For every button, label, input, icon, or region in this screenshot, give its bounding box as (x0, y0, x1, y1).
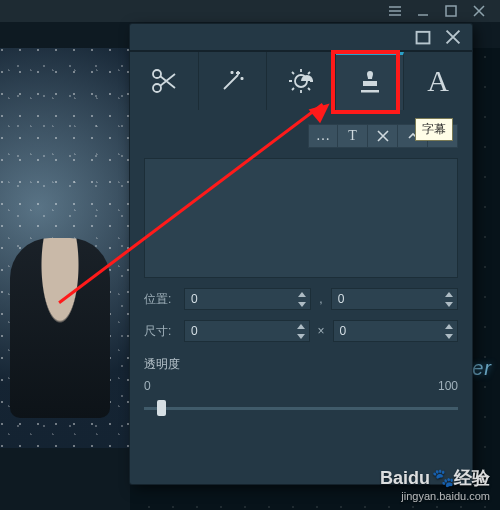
tool-tabs: A (130, 50, 472, 110)
pos-y-up[interactable] (441, 289, 457, 299)
position-x-input[interactable] (184, 288, 311, 310)
position-sep: , (317, 292, 324, 306)
tab-adjust[interactable] (267, 52, 336, 110)
position-label: 位置: (144, 291, 178, 308)
subtitle-toolbar: … T (144, 124, 458, 148)
edit-panel: A … T 位置: , 尺寸: (130, 24, 472, 484)
opacity-slider[interactable] (144, 399, 458, 417)
outer-window-titlebar (0, 0, 500, 22)
opacity-label: 透明度 (144, 356, 458, 373)
more-button[interactable]: … (308, 124, 338, 148)
size-h-up[interactable] (441, 321, 457, 331)
tab-text[interactable]: A (404, 52, 472, 110)
position-y-input[interactable] (331, 288, 458, 310)
size-w-down[interactable] (293, 331, 309, 341)
maximize-icon[interactable] (444, 4, 458, 18)
size-w-input[interactable] (184, 320, 310, 342)
panel-titlebar (130, 24, 472, 50)
panel-close-icon[interactable] (444, 28, 462, 46)
opacity-thumb[interactable] (157, 400, 166, 416)
svg-rect-1 (417, 32, 430, 44)
panel-restore-icon[interactable] (414, 28, 432, 46)
outer-close-icon[interactable] (472, 4, 486, 18)
opacity-min: 0 (144, 379, 151, 393)
minimize-icon[interactable] (416, 4, 430, 18)
position-x-spinner[interactable] (184, 288, 311, 310)
position-y-spinner[interactable] (331, 288, 458, 310)
video-preview-left (0, 48, 130, 448)
tooltip-subtitle: 字幕 (415, 118, 453, 141)
tab-stamp[interactable] (336, 52, 405, 110)
pos-x-up[interactable] (294, 289, 310, 299)
size-h-input[interactable] (333, 320, 459, 342)
pos-x-down[interactable] (294, 299, 310, 309)
text-icon: A (427, 64, 449, 98)
tab-crop[interactable] (130, 52, 199, 110)
size-h-spinner[interactable] (333, 320, 459, 342)
svg-rect-5 (363, 81, 377, 86)
size-label: 尺寸: (144, 323, 178, 340)
position-row: 位置: , (144, 288, 458, 310)
opacity-control: 透明度 0 100 (144, 356, 458, 417)
hamburger-icon[interactable] (388, 4, 402, 18)
size-h-down[interactable] (441, 331, 457, 341)
svg-rect-6 (361, 90, 379, 93)
text-style-button[interactable]: T (338, 124, 368, 148)
size-w-spinner[interactable] (184, 320, 310, 342)
opacity-max: 100 (438, 379, 458, 393)
pos-y-down[interactable] (441, 299, 457, 309)
subtitle-preview-area[interactable] (144, 158, 458, 278)
panel-body: … T 位置: , 尺寸: × (130, 110, 472, 484)
svg-rect-0 (446, 6, 456, 16)
size-w-up[interactable] (293, 321, 309, 331)
size-sep: × (316, 324, 327, 338)
size-row: 尺寸: × (144, 320, 458, 342)
tab-magic[interactable] (199, 52, 268, 110)
delete-button[interactable] (368, 124, 398, 148)
